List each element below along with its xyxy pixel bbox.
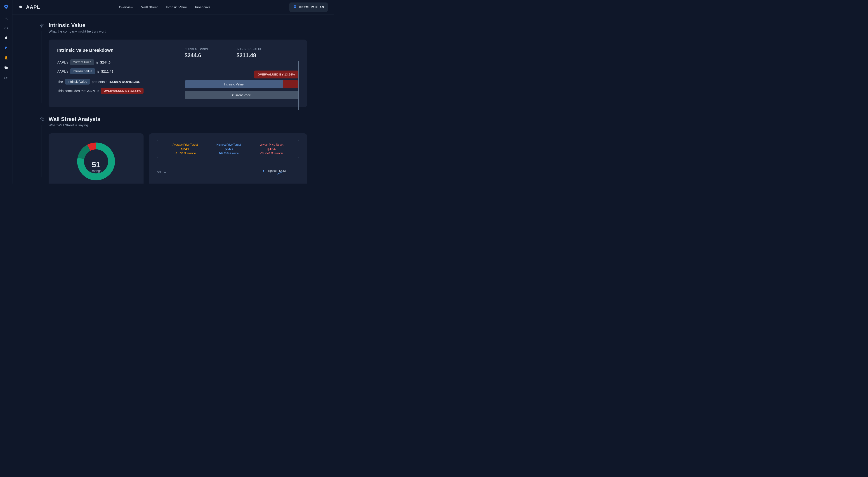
metric-current-price-value: $244.6 [185, 52, 209, 59]
iv-line1-pre: AAPL's [57, 60, 68, 64]
iv-line3-val: 13.54% DOWNSIDE [110, 80, 141, 84]
bar-iv-label: Intrinsic Value [185, 80, 283, 88]
metric-intrinsic-value-value: $211.48 [237, 52, 262, 59]
section-title-wallstreet: Wall Street Analysts [49, 116, 100, 122]
current-price-bar: Current Price [185, 91, 299, 99]
chart-highest-label: Highest - $643 [267, 169, 286, 173]
price-targets-card: Average Price Target $241 -1.57% Downsid… [149, 133, 307, 184]
chart-y-tick: 700 [157, 171, 161, 173]
pill-intrinsic-value-2: Intrinsic Value [65, 79, 90, 85]
svg-point-4 [42, 118, 43, 119]
iv-line1-val: $244.6 [100, 60, 111, 64]
metric-intrinsic-value-label: INTRINSIC VALUE [237, 48, 262, 51]
iv-line2-post: . [114, 69, 114, 73]
avg-target-change: -1.57% Downside [173, 152, 198, 155]
app-logo-icon[interactable] [3, 4, 9, 10]
users-icon [39, 117, 44, 122]
iv-line3-pre: The [57, 80, 63, 84]
intrinsic-value-bar: Intrinsic Value [185, 80, 299, 88]
metric-current-price-label: CURRENT PRICE [185, 48, 209, 51]
chart-marker-dot [262, 170, 265, 172]
iv-line2-val: $211.48 [101, 69, 113, 73]
bolt-icon [39, 23, 44, 28]
overvalued-badge-inline: OVERVALUED BY 13.54% [101, 88, 143, 94]
tab-financials[interactable]: Financials [195, 5, 211, 9]
ratings-label: Ratings [91, 169, 101, 173]
iv-line1-mid: is [96, 60, 98, 64]
home-icon[interactable] [4, 26, 8, 30]
ticker-apple-icon [19, 4, 23, 10]
iv-line2-mid: is [97, 69, 99, 73]
pill-current-price: Current Price [70, 59, 94, 65]
premium-label: PREMIUM PLAN [299, 5, 324, 9]
svg-line-1 [7, 19, 7, 20]
high-target-value: $643 [217, 147, 241, 151]
overvalued-badge-chart: OVERVALUED BY 13.54% [254, 70, 298, 79]
sidebar-stock-pypl[interactable] [4, 46, 8, 50]
sidebar-stock-dis[interactable] [4, 65, 8, 70]
avg-target-value: $241 [173, 147, 198, 151]
premium-logo-icon [293, 5, 297, 10]
tab-wall-street[interactable]: Wall Street [141, 5, 158, 9]
svg-point-0 [5, 17, 7, 19]
iv-line4-pre: This concludes that AAPL is [57, 89, 99, 93]
tab-intrinsic-value[interactable]: Intrinsic Value [166, 5, 187, 9]
low-target-value: $164 [259, 147, 283, 151]
avg-target-label: Average Price Target [173, 143, 198, 146]
section-subtitle-intrinsic: What the company might be truly worth [49, 29, 107, 33]
high-target-label: Highest Price Target [217, 143, 241, 146]
price-target-chart: 700 Highest - $643 [157, 165, 299, 180]
low-target-change: -32.95% Downside [259, 152, 283, 155]
svg-point-3 [40, 118, 42, 119]
sidebar-stock-amzn[interactable] [4, 56, 8, 60]
iv-line2-pre: AAPL's [57, 69, 68, 73]
sidebar-stock-ba[interactable] [4, 76, 8, 80]
topbar: AAPL Overview Wall Street Intrinsic Valu… [12, 0, 334, 14]
iv-breakdown-title: Intrinsic Value Breakdown [57, 48, 171, 53]
iv-line3-mid: presents a [92, 80, 107, 84]
iv-line1-post: . [111, 60, 112, 64]
high-target-change: 162.88% Upside [217, 152, 241, 155]
pill-intrinsic-value: Intrinsic Value [70, 68, 95, 74]
svg-point-2 [4, 77, 7, 79]
ratings-donut-card: 51 Ratings [49, 133, 144, 184]
section-subtitle-wallstreet: What Wall Street is saying [49, 123, 100, 127]
ticker-symbol: AAPL [26, 4, 40, 10]
sidebar [0, 0, 12, 184]
low-target-label: Lowest Price Target [259, 143, 283, 146]
ratings-count: 51 [91, 160, 101, 169]
search-icon[interactable] [4, 16, 8, 20]
tab-overview[interactable]: Overview [119, 5, 133, 9]
premium-plan-button[interactable]: PREMIUM PLAN [289, 2, 328, 12]
sidebar-stock-aapl[interactable] [4, 36, 8, 40]
section-title-intrinsic: Intrinsic Value [49, 22, 107, 28]
intrinsic-value-card: Intrinsic Value Breakdown AAPL's Current… [49, 39, 307, 108]
